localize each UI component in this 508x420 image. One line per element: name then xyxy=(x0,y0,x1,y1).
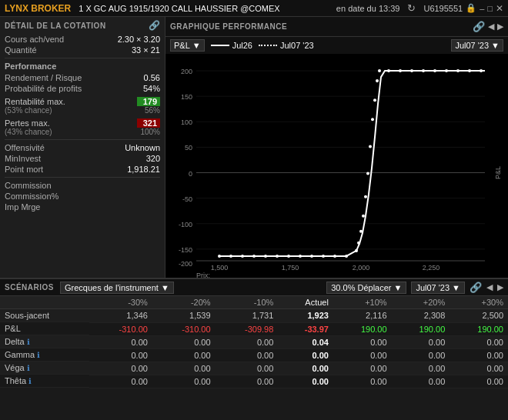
legend-jul26: Jul26 xyxy=(211,41,252,50)
rentabilite-sub-label: (53% chance) xyxy=(5,106,65,115)
svg-point-40 xyxy=(362,215,365,218)
cell-0-6: 2,500 xyxy=(450,309,508,323)
col-header-minus30: -30% xyxy=(89,296,152,309)
lock-icon: 🔒 xyxy=(466,3,476,13)
svg-text:0: 0 xyxy=(189,170,192,178)
svg-point-45 xyxy=(373,98,376,102)
scenarios-pct-dropdown[interactable]: 30.0% Déplacer ▼ xyxy=(326,282,406,294)
row-label-5: Thêtaℹ xyxy=(0,375,89,388)
svg-text:-150: -150 xyxy=(179,246,192,254)
cell-1-5: 190.00 xyxy=(392,322,450,335)
chart-controls: 🔗 ◀ ▶ xyxy=(473,21,503,32)
table-row: Végaℹ0.000.000.000.000.000.000.00 xyxy=(0,362,508,375)
chart-btn2[interactable]: ▶ xyxy=(497,22,503,32)
pl-dropdown-arrow: ▼ xyxy=(192,41,201,50)
svg-point-43 xyxy=(369,145,372,148)
cell-1-3: -33.97 xyxy=(278,322,333,335)
cell-1-0: -310.00 xyxy=(89,322,152,335)
commissionpct-label: Commission% xyxy=(5,192,58,201)
chart-area: 200 150 100 50 0 -50 -100 -150 -200 P&L … xyxy=(165,54,508,278)
pl-dropdown[interactable]: P&L ▼ xyxy=(170,39,205,52)
top-bar: LYNX BROKER 1 X GC AUG 1915/1920 CALL HA… xyxy=(0,0,508,17)
detail-cotation-label: DÉTAIL DE LA COTATION xyxy=(5,22,106,30)
cell-3-4: 0.00 xyxy=(333,348,392,362)
left-link-icon[interactable]: 🔗 xyxy=(149,20,161,31)
probabilite-value: 54% xyxy=(143,84,160,93)
cell-2-1: 0.00 xyxy=(152,335,216,348)
rentabilite-row: Rentabilité max. (53% chance) 179 56% xyxy=(5,96,160,115)
cell-5-6: 0.00 xyxy=(450,375,508,388)
svg-point-42 xyxy=(366,172,369,175)
minimize-icon[interactable]: – xyxy=(480,4,484,13)
svg-point-41 xyxy=(364,195,367,198)
date-dropdown[interactable]: Jul07 '23 ▼ xyxy=(451,39,503,52)
left-panel: DÉTAIL DE LA COTATION 🔗 Cours ach/vend 2… xyxy=(0,17,165,278)
table-row: P&L-310.00-310.00-309.98-33.97190.00190.… xyxy=(0,322,508,335)
offensivite-label: Offensivité xyxy=(5,143,45,152)
cours-value: 2.30 × 3.20 xyxy=(118,35,160,44)
scenarios-dropdown-label: Grecques de l'instrument xyxy=(65,283,159,292)
scenarios-title: SCÉNARIOS xyxy=(5,283,54,292)
performance-title: Performance xyxy=(5,62,160,71)
scenarios-date-dropdown[interactable]: Jul07 '23 ▼ xyxy=(411,282,465,294)
mininvest-value: 320 xyxy=(146,154,160,163)
chart-btn1[interactable]: ◀ xyxy=(488,22,494,32)
date-dropdown-arrow: ▼ xyxy=(491,41,500,50)
solid-line-icon xyxy=(211,45,229,46)
bottom-panel: SCÉNARIOS Grecques de l'instrument ▼ 30.… xyxy=(0,278,508,420)
main-layout: DÉTAIL DE LA COTATION 🔗 Cours ach/vend 2… xyxy=(0,17,508,278)
cell-5-5: 0.00 xyxy=(392,375,450,388)
cell-2-6: 0.00 xyxy=(450,335,508,348)
cell-4-3: 0.00 xyxy=(278,362,333,375)
svg-text:100: 100 xyxy=(181,118,192,126)
cell-3-6: 0.00 xyxy=(450,348,508,362)
info-icon[interactable]: ℹ xyxy=(27,338,30,346)
divider2 xyxy=(5,139,160,140)
scenarios-type-dropdown[interactable]: Grecques de l'instrument ▼ xyxy=(60,282,174,294)
cell-1-4: 190.00 xyxy=(333,322,392,335)
close-icon[interactable]: ✕ xyxy=(496,3,503,14)
info-icon[interactable]: ℹ xyxy=(27,364,30,372)
performance-chart: 200 150 100 50 0 -50 -100 -150 -200 P&L … xyxy=(165,54,508,278)
scenarios-nav-right[interactable]: ▶ xyxy=(497,282,503,292)
impmrge-label: Imp Mrge xyxy=(5,202,40,212)
chart-legend: P&L ▼ Jul26 Jul07 '23 Jul07 '23 ▼ xyxy=(165,37,508,54)
refresh-icon[interactable]: ↻ xyxy=(407,2,416,14)
rentabilite-bar-container: 179 56% xyxy=(137,97,160,115)
svg-text:-200: -200 xyxy=(179,260,192,268)
cell-4-5: 0.00 xyxy=(392,362,450,375)
info-icon[interactable]: ℹ xyxy=(37,351,40,359)
dotted-line-icon xyxy=(259,45,277,46)
svg-text:-50: -50 xyxy=(182,195,192,203)
rentabilite-labels: Rentabilité max. (53% chance) xyxy=(5,97,65,115)
mininvest-label: MinInvest xyxy=(5,154,41,163)
svg-text:50: 50 xyxy=(185,144,192,152)
cell-1-6: 190.00 xyxy=(450,322,508,335)
maximize-icon[interactable]: □ xyxy=(487,4,493,13)
pertes-sub-label: (43% chance) xyxy=(5,128,52,136)
svg-rect-0 xyxy=(165,54,508,278)
scenarios-nav-left[interactable]: ◀ xyxy=(486,282,493,292)
svg-point-47 xyxy=(378,69,381,72)
pertes-labels: Pertes max. (43% chance) xyxy=(5,118,52,136)
legend-jul07: Jul07 '23 xyxy=(259,41,314,50)
pointmort-row: Point mort 1,918.21 xyxy=(5,164,160,175)
pertes-bar: 321 xyxy=(137,118,160,128)
cours-label: Cours ach/vend xyxy=(5,35,64,44)
cell-3-3: 0.00 xyxy=(278,348,333,362)
pl-dropdown-label: P&L xyxy=(174,41,190,50)
svg-text:200: 200 xyxy=(181,68,192,75)
divider3 xyxy=(5,177,160,178)
cell-3-0: 0.00 xyxy=(89,348,152,362)
pct-dropdown-label: 30.0% Déplacer xyxy=(331,283,391,292)
scenarios-link-icon[interactable]: 🔗 xyxy=(470,282,482,293)
col-header-plus20: +20% xyxy=(392,296,450,309)
pointmort-value: 1,918.21 xyxy=(127,165,160,174)
rendement-value: 0.56 xyxy=(144,73,160,82)
chart-link-icon[interactable]: 🔗 xyxy=(473,21,485,32)
commission-row: Commission xyxy=(5,180,160,191)
cell-1-1: -310.00 xyxy=(152,322,216,335)
scenarios-header: SCÉNARIOS Grecques de l'instrument ▼ 30.… xyxy=(0,279,508,296)
table-row: Thêtaℹ0.000.000.000.000.000.000.00 xyxy=(0,375,508,388)
info-icon[interactable]: ℹ xyxy=(28,377,32,385)
